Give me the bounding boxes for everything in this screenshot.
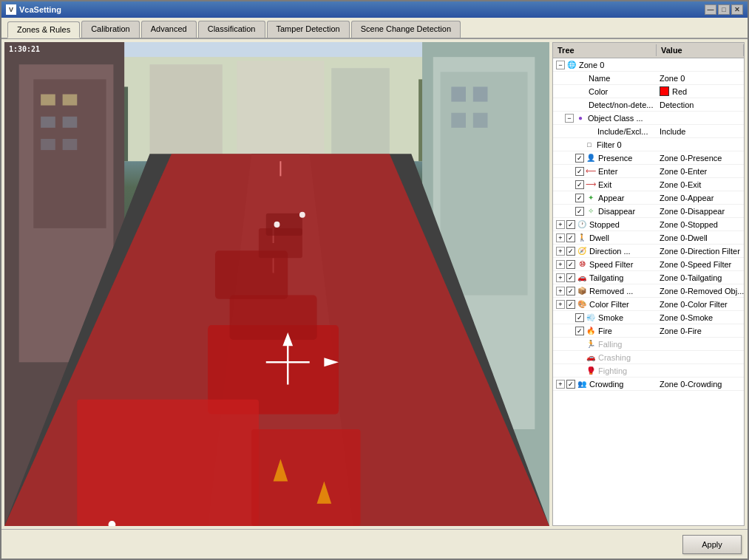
apply-button[interactable]: Apply [682,535,742,554]
tree-row-colorfilter[interactable]: + 🎨 Color Filter Zone 0-Color Filter [553,298,744,311]
tree-row-tailgating[interactable]: + 🚗 Tailgating Zone 0-Tailgating [553,271,744,284]
color-swatch [660,86,669,96]
tree-body[interactable]: − 🌐 Zone 0 Name Zone 0 [553,58,744,525]
checkbox-dwell[interactable] [566,233,575,242]
color-value: Red [657,86,744,96]
svg-rect-13 [63,117,78,128]
tree-row-direction[interactable]: + 🧭 Direction ... Zone 0-Direction Filte… [553,245,744,258]
presence-icon: 👤 [586,153,596,163]
fighting-label: Fighting [598,366,627,375]
tree-row-smoke[interactable]: 💨 Smoke Zone 0-Smoke [553,311,744,324]
tailgating-value: Zone 0-Tailgating [657,273,744,282]
name-value: Zone 0 [657,74,744,83]
zone0-label: Zone 0 [579,61,604,69]
svg-rect-4 [331,68,390,161]
falling-label: Falling [598,340,622,349]
expand-removed[interactable]: + [556,287,565,296]
appear-label: Appear [598,194,624,202]
tree-row-stopped[interactable]: + 🕐 Stopped Zone 0-Stopped [553,218,744,231]
tree-row-speed[interactable]: + ⑩ Speed Filter Zone 0-Speed Filter [553,258,744,271]
tree-row-filter0[interactable]: □ Filter 0 [553,138,744,151]
svg-point-34 [299,212,305,218]
tab-tamper-detection[interactable]: Tamper Detection [267,21,350,38]
checkbox-removed[interactable] [566,287,575,296]
tab-advanced[interactable]: Advanced [141,21,197,38]
checkbox-direction[interactable] [566,247,575,256]
dwell-icon: 🚶 [577,233,587,243]
checkbox-speed[interactable] [566,260,575,269]
tree-row-detect[interactable]: Detect/non-dete... Detection [553,98,744,112]
tab-scene-change-detection[interactable]: Scene Change Detection [351,21,461,38]
tab-zones-rules[interactable]: Zones & Rules [7,21,80,38]
main-content: 1:30:21 [1,39,748,529]
direction-icon: 🧭 [577,246,587,256]
title-bar-left: V VcaSetting [6,4,61,15]
svg-rect-19 [451,86,466,101]
tab-calibration[interactable]: Calibration [81,21,140,38]
filter0-icon: □ [584,140,594,150]
checkbox-crowding[interactable] [566,380,575,389]
checkbox-fire[interactable] [575,327,584,335]
tab-classification[interactable]: Classification [198,21,265,38]
crowding-icon: 👥 [577,379,587,389]
checkbox-stopped[interactable] [566,220,575,229]
tree-row-crowding[interactable]: + 👥 Crowding Zone 0-Crowding [553,378,744,391]
tailgating-icon: 🚗 [577,273,587,283]
svg-rect-18 [441,72,528,295]
tree-row-dwell[interactable]: + 🚶 Dwell Zone 0-Dwell [553,231,744,245]
checkbox-appear[interactable] [575,194,584,202]
tree-row-disappear[interactable]: ✧ Disappear Zone 0-Disappear [553,205,744,218]
tree-row-color[interactable]: Color Red [553,85,744,98]
tree-row-name[interactable]: Name Zone 0 [553,72,744,85]
tree-row-presence[interactable]: 👤 Presence Zone 0-Presence [553,151,744,165]
expand-tailgating[interactable]: + [556,273,565,282]
checkbox-tailgating[interactable] [566,273,575,282]
svg-rect-3 [237,61,324,161]
tree-row-fire[interactable]: 🔥 Fire Zone 0-Fire [553,324,744,338]
close-button[interactable]: ✕ [731,4,743,15]
checkbox-exit[interactable] [575,180,584,189]
disappear-value: Zone 0-Disappear [657,207,744,216]
detect-label: Detect/non-dete... [589,100,653,109]
falling-icon: 🏃 [586,339,596,349]
tree-row-appear[interactable]: ✦ Appear Zone 0-Appear [553,191,744,205]
expand-speed[interactable]: + [556,260,565,269]
tree-row-removed[interactable]: + 📦 Removed ... Zone 0-Removed Obj... [553,284,744,298]
removed-value: Zone 0-Removed Obj... [657,287,744,296]
checkbox-enter[interactable] [575,167,584,176]
expand-colorfilter[interactable]: + [556,300,565,309]
expand-direction[interactable]: + [556,247,565,256]
checkbox-presence[interactable] [575,154,584,163]
tree-row-object-class[interactable]: − ● Object Class ... [553,112,744,125]
expand-zone0[interactable]: − [556,61,565,69]
tree-row-exit[interactable]: ⟶ Exit Zone 0-Exit [553,178,744,191]
expand-stopped[interactable]: + [556,220,565,229]
video-timestamp: 1:30:21 [9,45,40,53]
expand-object-class[interactable]: − [565,114,574,123]
dwell-value: Zone 0-Dwell [657,233,744,242]
detect-value: Detection [657,100,744,109]
enter-value: Zone 0-Enter [657,167,744,176]
removed-label: Removed ... [589,287,633,296]
tree-row-enter[interactable]: ⟵ Enter Zone 0-Enter [553,165,744,178]
minimize-button[interactable]: — [705,4,716,15]
color-label: Color [589,87,608,96]
include-excl-label: Include/Excl... [597,127,648,136]
tree-row-include-excl[interactable]: Include/Excl... Include [553,125,744,138]
maximize-button[interactable]: □ [718,4,730,15]
crashing-icon: 🚗 [586,352,596,363]
checkbox-smoke[interactable] [575,313,584,322]
svg-rect-40 [251,429,360,526]
speed-value: Zone 0-Speed Filter [657,260,744,269]
tree-row-zone0[interactable]: − 🌐 Zone 0 [553,58,744,72]
scene-svg [4,42,549,526]
colorfilter-label: Color Filter [589,300,629,309]
checkbox-colorfilter[interactable] [566,300,575,309]
fire-label: Fire [598,327,612,335]
expand-crowding[interactable]: + [556,380,565,389]
tree-row-falling: 🏃 Falling [553,338,744,351]
disappear-label: Disappear [598,207,635,216]
expand-dwell[interactable]: + [556,233,565,242]
checkbox-disappear[interactable] [575,207,584,216]
colorfilter-value: Zone 0-Color Filter [657,300,744,309]
